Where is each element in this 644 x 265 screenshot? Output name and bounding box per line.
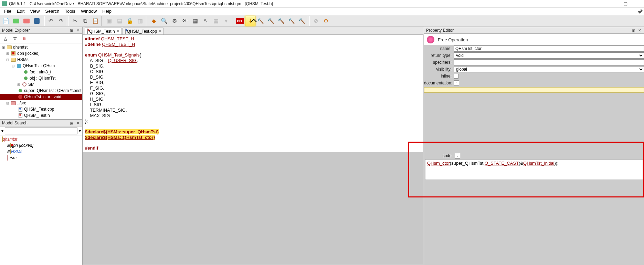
menu-window[interactable]: Window [78,9,99,14]
model-explorer-header: Model Explorer ▣ ✕ [0,27,82,34]
name-input[interactable] [454,45,644,52]
menu-file[interactable]: File [1,9,14,14]
model-explorer-title: Model Explorer [2,28,68,33]
panel-restore-icon[interactable]: ▣ [69,28,74,33]
hammer-icon-1[interactable]: 🔨 [255,16,266,26]
return-type-select[interactable]: void [454,52,644,59]
tab-qhsm-test-cpp[interactable]: QHSM_Test.cpp ✕ [123,28,164,34]
documentation-toggle[interactable]: ^ [454,80,459,86]
search-results[interactable]: qhsmtst ⊞qpn [locked] ⊞HSMs ../src [0,135,82,265]
tree-ctor[interactable]: QHsmTst_ctor : void [24,94,61,99]
settings-icon[interactable]: ⚙ [169,16,180,26]
tree-cpp[interactable]: QHSM_Test.cpp [24,107,54,112]
stop-icon[interactable]: ⊘ [310,16,321,26]
search-combo-icon[interactable]: ▾ [79,129,81,133]
prop-restore-icon[interactable]: ▣ [631,28,636,33]
tb-icon-3[interactable]: ▥ [135,16,145,26]
code-textarea[interactable]: QHsm_ctor(super_QHsmTst,Q_STATE_CAST(&QH… [425,159,643,180]
window-title: QM 5.1.1 - C:\Users\nieki\OneDrive - BHA… [9,1,608,6]
model-tree[interactable]: ▣qhsmtst ⊞qpn [locked] ⊟HSMs ⊟QHsmTst : … [0,43,82,119]
tool-gear-icon[interactable]: ⚙ [321,16,331,26]
menu-view[interactable]: View [27,9,42,14]
specifiers-label: specifiers: [424,60,454,65]
search-input[interactable] [5,128,77,134]
tree-qhsm-tst[interactable]: QHsmTst : QHsm [23,63,55,68]
redo-button[interactable]: ↷ [56,16,66,26]
hammer-icon-3[interactable]: 🔨 [276,16,286,26]
visibility-select[interactable]: global [454,66,644,72]
tb-icon-1[interactable]: ▣ [104,16,114,26]
tab-qhsm-test-h[interactable]: QHSM_Test.h ✕ [85,28,122,34]
inline-checkbox[interactable] [454,74,458,79]
undo-button[interactable]: ↶ [45,16,56,26]
tree-h[interactable]: QHSM_Test.h [24,113,50,118]
model-search-title: Model Search [2,121,68,125]
generate-code-button[interactable]: ⬇ [245,16,255,26]
return-type-label: return type: [424,53,454,58]
sres-root[interactable]: qhsmtst [3,137,17,142]
model-search-header: Model Search ▣ ✕ [0,120,82,126]
panel-close-icon[interactable]: ✕ [75,28,80,33]
grid-icon[interactable]: ▦ [211,16,221,26]
property-editor-title: Property Editor [426,28,630,33]
maximize-button[interactable]: ▢ [623,1,628,7]
hammer-icon-2[interactable]: 🔨 [266,16,276,26]
documentation-area[interactable] [424,87,644,93]
hammer-icon-5[interactable]: 🔨 [297,16,307,26]
down-triangle-icon[interactable]: ▽ [11,35,19,42]
menu-search[interactable]: Search [42,9,62,14]
lock-icon[interactable]: 🔒 [125,16,135,26]
pointer-icon[interactable]: ↖ [200,16,211,26]
menubar: File Edit View Search Tools Window Help [0,8,644,15]
minimize-button[interactable]: — [608,1,614,7]
tree-src[interactable]: ../src [17,101,26,105]
tree-foo[interactable]: foo : uint8_t [30,70,51,74]
specifiers-input[interactable] [454,59,644,65]
menu-edit[interactable]: Edit [14,9,27,14]
wrench-icon[interactable] [638,9,643,14]
up-triangle-icon[interactable]: △ [1,35,9,42]
operation-type-label: Free Operation [438,37,468,42]
sres-src[interactable]: ../src [8,155,17,160]
copy-button[interactable]: ⧉ [80,16,90,26]
tree-root[interactable]: qhsmtst [13,45,28,50]
list-icon[interactable]: ▦ [190,16,200,26]
tree-sm[interactable]: SM [28,82,34,87]
tree-obj[interactable]: obj : QHsmTst [30,76,55,81]
toolbar: 📄 ↶ ↷ ✂ ⧉ 📋 ▣ ▤ 🔒 ▥ ◆ 🔍 ⚙ 👁 ▦ ↖ ▦ ▾ GPL … [0,15,644,27]
highlighted-code-region: code: ⌄ QHsm_ctor(super_QHsmTst,Q_STATE_… [408,142,644,197]
app-icon [2,1,7,6]
paste-button[interactable]: 📋 [90,16,101,26]
zoom-button[interactable]: 🔍 [159,16,169,26]
code-toggle[interactable]: ⌄ [455,153,460,159]
tb-icon-2[interactable]: ▤ [114,16,125,26]
sres-hsms[interactable]: HSMs [11,149,22,154]
sres-qpn[interactable]: qpn [locked] [11,143,33,148]
tab-close-0[interactable]: ✕ [116,29,119,33]
dropdown-icon[interactable]: ▾ [221,16,231,26]
trash-icon[interactable]: 🗑 [21,35,28,42]
code-editor[interactable]: #ifndef QHSM_TEST_H #define QHSM_TEST_H … [83,34,423,264]
tree-super[interactable]: super_QHsmTst : QHsm *const [24,88,82,93]
search-dropdown-icon[interactable]: ▾ [1,129,3,133]
visibility-label: visibility: [424,67,454,72]
tab-close-1[interactable]: ✕ [158,29,161,33]
menu-help[interactable]: Help [99,9,114,14]
operation-gear-icon [427,36,434,43]
search-restore-icon[interactable]: ▣ [69,121,74,125]
prop-close-icon[interactable]: ✕ [637,28,642,33]
search-close-icon[interactable]: ✕ [75,121,80,125]
tree-qpn[interactable]: qpn [locked] [17,51,40,56]
new-button[interactable]: 📄 [1,16,11,26]
tree-hsms[interactable]: HSMs [17,57,29,62]
close-button[interactable] [21,16,32,26]
tb-color-icon[interactable]: ◆ [149,16,159,26]
gpl-icon[interactable]: GPL [235,16,245,26]
open-button[interactable] [11,16,21,26]
eye-icon[interactable]: 👁 [180,16,190,26]
save-button[interactable] [32,16,42,26]
hammer-icon-4[interactable]: 🔨 [286,16,297,26]
explorer-toolbar: △ ▽ 🗑 [0,34,82,43]
cut-button[interactable]: ✂ [70,16,80,26]
menu-tools[interactable]: Tools [62,9,78,14]
